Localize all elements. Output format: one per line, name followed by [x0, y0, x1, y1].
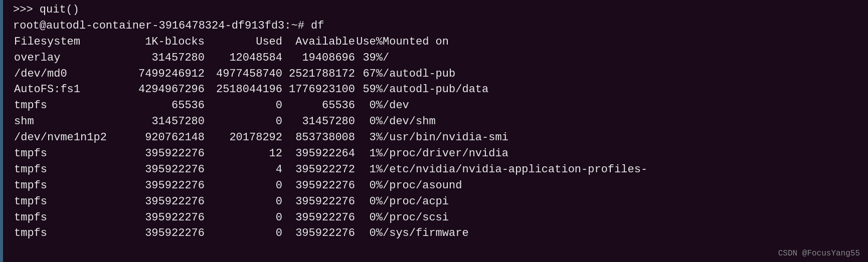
table-row: tmpfs39592227603959222760%/proc/asound: [14, 178, 647, 194]
cell-filesystem: tmpfs: [14, 146, 117, 162]
cell-filesystem: overlay: [14, 50, 117, 66]
table-row: tmpfs39592227603959222760%/proc/acpi: [14, 194, 647, 210]
cell-mounted: /proc/driver/nvidia: [383, 146, 647, 162]
cell-used: 0: [205, 210, 282, 226]
cell-usepct: 3%: [355, 130, 383, 146]
header-available: Available: [282, 34, 355, 50]
df-output-table: Filesystem 1K-blocks Used Available Use%…: [14, 34, 647, 242]
cell-usepct: 0%: [355, 98, 383, 114]
cell-mounted: /proc/asound: [383, 178, 647, 194]
cell-1kblocks: 4294967296: [117, 82, 205, 98]
cell-mounted: /sys/firmware: [383, 225, 647, 241]
cell-1kblocks: 395922276: [117, 178, 205, 194]
cell-mounted: /usr/bin/nvidia-smi: [383, 130, 647, 146]
cell-available: 395922276: [282, 178, 355, 194]
cell-used: 0: [205, 225, 282, 241]
cell-1kblocks: 920762148: [117, 130, 205, 146]
cell-1kblocks: 65536: [117, 98, 205, 114]
cell-available: 395922276: [282, 194, 355, 210]
header-1kblocks: 1K-blocks: [117, 34, 205, 50]
cell-usepct: 67%: [355, 66, 383, 82]
table-row: /dev/md074992469124977458740252178817267…: [14, 66, 647, 82]
table-row: tmpfs395922276123959222641%/proc/driver/…: [14, 146, 647, 162]
cell-mounted: /dev/shm: [383, 114, 647, 130]
table-row: tmpfs655360655360%/dev: [14, 98, 647, 114]
cell-available: 395922264: [282, 146, 355, 162]
cell-usepct: 0%: [355, 210, 383, 226]
cell-used: 12: [205, 146, 282, 162]
cell-used: 0: [205, 98, 282, 114]
cell-usepct: 0%: [355, 194, 383, 210]
cell-usepct: 1%: [355, 162, 383, 178]
header-used: Used: [205, 34, 282, 50]
header-usepct: Use%: [355, 34, 383, 50]
cell-used: 4977458740: [205, 66, 282, 82]
table-row: tmpfs39592227603959222760%/sys/firmware: [14, 225, 647, 241]
cell-1kblocks: 31457280: [117, 50, 205, 66]
cell-available: 853738008: [282, 130, 355, 146]
cell-available: 395922272: [282, 162, 355, 178]
command-text: root@autodl-container-3916478324-df913fd…: [13, 18, 324, 34]
cell-available: 395922276: [282, 210, 355, 226]
cell-usepct: 0%: [355, 225, 383, 241]
terminal-window: >>> quit() root@autodl-container-3916478…: [0, 0, 868, 262]
cell-available: 19408696: [282, 50, 355, 66]
cell-used: 0: [205, 114, 282, 130]
table-header-row: Filesystem 1K-blocks Used Available Use%…: [14, 34, 647, 50]
cell-filesystem: tmpfs: [14, 210, 117, 226]
cell-usepct: 39%: [355, 50, 383, 66]
cell-usepct: 59%: [355, 82, 383, 98]
command-line: root@autodl-container-3916478324-df913fd…: [13, 18, 862, 34]
cell-available: 2521788172: [282, 66, 355, 82]
cell-used: 4: [205, 162, 282, 178]
cell-1kblocks: 395922276: [117, 210, 205, 226]
table-row: AutoFS:fs1429496729625180441961776923100…: [14, 82, 647, 98]
cell-used: 12048584: [205, 50, 282, 66]
cell-usepct: 0%: [355, 114, 383, 130]
cell-1kblocks: 395922276: [117, 194, 205, 210]
table-row: tmpfs39592227603959222760%/proc/scsi: [14, 210, 647, 226]
header-filesystem: Filesystem: [14, 34, 117, 50]
cell-filesystem: /dev/nvme1n1p2: [14, 130, 117, 146]
cell-mounted: /autodl-pub/data: [383, 82, 647, 98]
cell-used: 20178292: [205, 130, 282, 146]
cell-available: 31457280: [282, 114, 355, 130]
cell-1kblocks: 395922276: [117, 225, 205, 241]
cell-1kblocks: 31457280: [117, 114, 205, 130]
table-row: shm314572800314572800%/dev/shm: [14, 114, 647, 130]
cell-mounted: /dev: [383, 98, 647, 114]
cell-used: 2518044196: [205, 82, 282, 98]
cell-mounted: /: [383, 50, 647, 66]
cell-available: 395922276: [282, 225, 355, 241]
cell-usepct: 0%: [355, 178, 383, 194]
cell-filesystem: tmpfs: [14, 225, 117, 241]
left-accent-bar: [0, 0, 3, 262]
cell-usepct: 1%: [355, 146, 383, 162]
cell-available: 65536: [282, 98, 355, 114]
cell-filesystem: tmpfs: [14, 98, 117, 114]
table-row: tmpfs39592227643959222721%/etc/nvidia/nv…: [14, 162, 647, 178]
table-row: /dev/nvme1n1p292076214820178292853738008…: [14, 130, 647, 146]
cell-filesystem: /dev/md0: [14, 66, 117, 82]
cell-mounted: /autodl-pub: [383, 66, 647, 82]
cell-filesystem: shm: [14, 114, 117, 130]
cell-used: 0: [205, 178, 282, 194]
cell-1kblocks: 7499246912: [117, 66, 205, 82]
header-mounted: Mounted on: [383, 34, 647, 50]
cell-mounted: /proc/scsi: [383, 210, 647, 226]
watermark-text: CSDN @FocusYang55: [778, 249, 860, 258]
cell-filesystem: tmpfs: [14, 194, 117, 210]
previous-command-line: >>> quit(): [13, 2, 862, 18]
cell-used: 0: [205, 194, 282, 210]
cell-filesystem: AutoFS:fs1: [14, 82, 117, 98]
cell-mounted: /etc/nvidia/nvidia-application-profiles-: [383, 162, 647, 178]
table-row: overlay31457280120485841940869639%/: [14, 50, 647, 66]
cell-filesystem: tmpfs: [14, 162, 117, 178]
cell-1kblocks: 395922276: [117, 146, 205, 162]
prompt-text: >>> quit(): [13, 2, 79, 18]
cell-1kblocks: 395922276: [117, 162, 205, 178]
cell-filesystem: tmpfs: [14, 178, 117, 194]
cell-available: 1776923100: [282, 82, 355, 98]
cell-mounted: /proc/acpi: [383, 194, 647, 210]
